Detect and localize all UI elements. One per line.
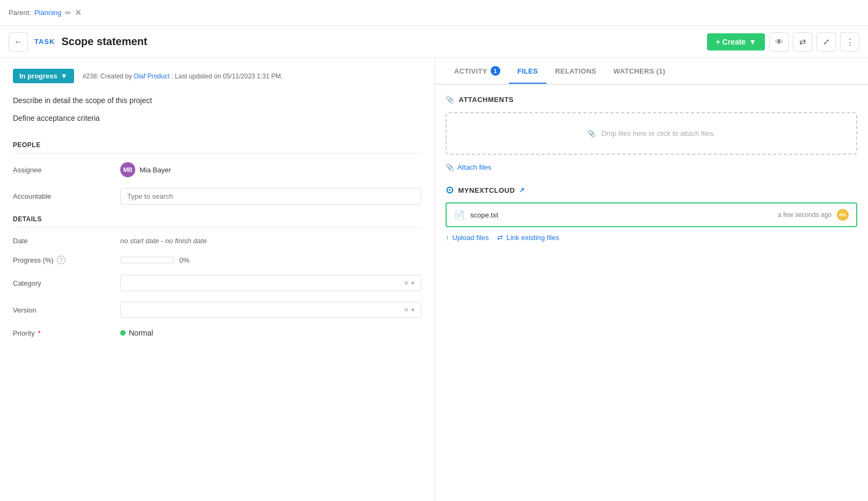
meta-text: #238: Created by Olaf Product . Last upd… (83, 72, 283, 80)
progress-bar[interactable] (120, 257, 174, 263)
progress-percent: 0% (179, 256, 189, 264)
nextcloud-icon: ⊙ (446, 184, 454, 196)
action-links: ↑ Upload files ⇄ Link existing files (446, 234, 857, 242)
link-existing-link[interactable]: ⇄ Link existing files (497, 234, 559, 242)
more-button[interactable]: ⋮ (840, 32, 859, 52)
accountable-label: Accountable (13, 192, 120, 200)
nextcloud-header: ⊙ MYNEXTCLOUD ↗ (446, 184, 857, 196)
attach-label: Attach files (457, 163, 492, 171)
upload-files-link[interactable]: ↑ Upload files (446, 234, 488, 242)
back-button[interactable]: ← (9, 32, 28, 52)
description: Describe in detail the scope of this pro… (13, 94, 421, 125)
page-title: Scope statement (61, 35, 147, 48)
author-link[interactable]: Olaf Product (134, 72, 170, 80)
attachments-title: 📎 ATTACHMENTS (446, 96, 857, 104)
version-dropdown[interactable]: ✕ ▾ (120, 302, 421, 318)
link-icon: ⇄ (497, 234, 503, 242)
external-link-icon[interactable]: ↗ (519, 186, 525, 194)
date-field-row: Date no start date - no finish date (13, 236, 421, 245)
nextcloud-title: MYNEXTCLOUD (458, 186, 515, 194)
share-icon: ⇄ (799, 37, 806, 47)
back-icon: ← (14, 37, 23, 47)
assignee-label: Assignee (13, 166, 120, 174)
accountable-value (120, 188, 421, 205)
expand-button[interactable]: ⤢ (816, 32, 836, 52)
priority-label: Priority * (13, 329, 120, 337)
files-tab-content: 📎 ATTACHMENTS 📎 Drop files here or click… (435, 85, 868, 252)
file-item[interactable]: 📄 scope.txt a few seconds ago NA (446, 202, 857, 227)
desc-line-2: Define acceptance criteria (13, 112, 421, 125)
parent-text: Parent: (9, 9, 31, 17)
status-label: In progress (19, 72, 57, 80)
required-star: * (38, 329, 40, 337)
share-button[interactable]: ⇄ (793, 32, 812, 52)
file-name: scope.txt (470, 211, 498, 219)
status-dropdown-arrow: ▼ (61, 72, 68, 80)
details-section-header: DETAILS (13, 215, 421, 228)
priority-value: Normal (120, 329, 421, 337)
tab-watchers[interactable]: WATCHERS (1) (605, 60, 674, 84)
tab-activity[interactable]: ACTIVITY 1 (446, 59, 509, 84)
parent-link[interactable]: Planning (34, 9, 62, 17)
tab-relations[interactable]: RELATIONS (546, 60, 605, 84)
nextcloud-section: ⊙ MYNEXTCLOUD ↗ 📄 scope.txt a few second… (446, 184, 857, 242)
priority-dot (120, 330, 126, 336)
attach-link-icon: 📎 (446, 163, 454, 171)
version-value: ✕ ▾ (120, 302, 421, 318)
upload-icon: ↑ (446, 234, 449, 242)
priority-text: Normal (129, 329, 153, 337)
assignee-field-row: Assignee MB Mia Bayer (13, 162, 421, 177)
status-badge[interactable]: In progress ▼ (13, 69, 74, 83)
version-field-row: Version ✕ ▾ (13, 302, 421, 318)
priority-field-row: Priority * Normal (13, 329, 421, 337)
category-dropdown[interactable]: ✕ ▾ (120, 275, 421, 291)
drop-zone[interactable]: 📎 Drop files here or click to attach fil… (446, 112, 857, 155)
tab-activity-label: ACTIVITY (454, 67, 487, 75)
accountable-search-input[interactable] (120, 188, 421, 205)
file-icon: 📄 (454, 210, 465, 220)
file-meta: a few seconds ago NA (778, 209, 849, 221)
tab-relations-label: RELATIONS (555, 67, 596, 75)
file-user-avatar: NA (837, 209, 849, 221)
accountable-field-row: Accountable (13, 188, 421, 205)
progress-help-icon[interactable]: ? (57, 256, 65, 264)
more-icon: ⋮ (846, 37, 854, 47)
date-display: no start date - no finish date (120, 237, 207, 245)
parent-breadcrumb: Parent: Planning ✏ ✕ (9, 8, 82, 18)
drop-zone-text: Drop files here or click to attach files… (601, 129, 715, 137)
version-label: Version (13, 306, 120, 314)
category-label: Category (13, 279, 120, 287)
category-field-row: Category ✕ ▾ (13, 275, 421, 291)
close-icon[interactable]: ✕ (75, 8, 82, 18)
create-button[interactable]: + Create ▼ (707, 33, 765, 50)
people-section-header: PEOPLE (13, 141, 421, 154)
version-clear-icon[interactable]: ✕ (404, 306, 409, 314)
progress-label: Progress (%) ? (13, 256, 120, 264)
category-value: ✕ ▾ (120, 275, 421, 291)
activity-badge: 1 (491, 66, 500, 76)
assignee-name: Mia Bayer (140, 166, 171, 174)
create-arrow: ▼ (749, 38, 756, 46)
tabs: ACTIVITY 1 FILES RELATIONS WATCHERS (1) (435, 58, 868, 85)
category-arrow-icon[interactable]: ▾ (411, 279, 414, 287)
expand-icon: ⤢ (823, 37, 830, 47)
task-type-badge: TASK (34, 38, 55, 46)
create-label: + Create (716, 38, 746, 46)
category-clear-icon[interactable]: ✕ (404, 279, 409, 287)
tab-files[interactable]: FILES (509, 60, 546, 84)
assignee-value: MB Mia Bayer (120, 162, 421, 177)
paperclip-icon: 📎 (446, 96, 455, 104)
desc-line-1: Describe in detail the scope of this pro… (13, 94, 421, 107)
upload-label: Upload files (453, 234, 489, 242)
file-time: a few seconds ago (778, 211, 831, 219)
attach-files-link[interactable]: 📎 Attach files (446, 163, 857, 171)
tab-files-label: FILES (517, 67, 538, 75)
version-arrow-icon[interactable]: ▾ (411, 306, 414, 314)
edit-icon[interactable]: ✏ (65, 9, 71, 17)
view-button[interactable]: 👁 (769, 32, 789, 52)
link-label: Link existing files (506, 234, 559, 242)
status-bar: In progress ▼ #238: Created by Olaf Prod… (13, 69, 421, 83)
left-panel: In progress ▼ #238: Created by Olaf Prod… (0, 58, 435, 501)
date-label: Date (13, 237, 120, 245)
progress-value: 0% (120, 256, 421, 264)
